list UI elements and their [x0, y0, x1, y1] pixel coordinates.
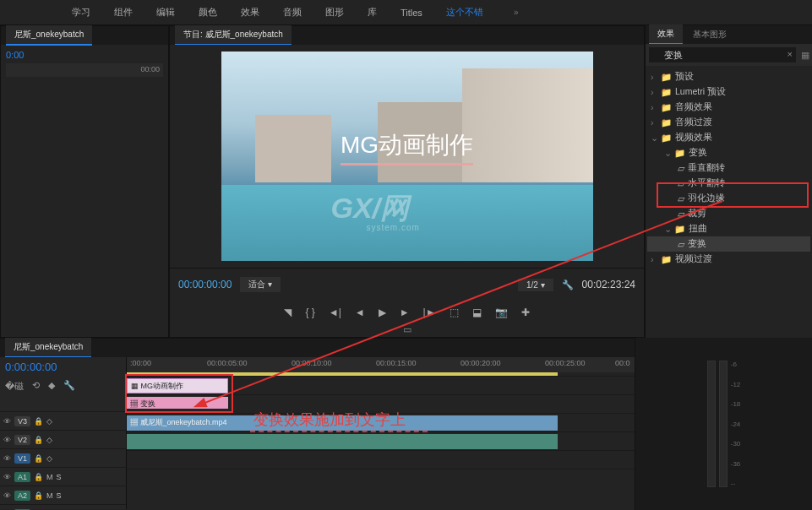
folder-audio-transitions[interactable]: ›📁音频过渡: [647, 115, 810, 130]
extract-icon[interactable]: ⬓: [472, 307, 482, 318]
sequence-tab[interactable]: 尼斯_onekeybatch: [5, 338, 91, 358]
source-end-time: 00:00: [140, 65, 160, 73]
link-icon[interactable]: ⟲: [32, 380, 40, 393]
essential-graphics-tab[interactable]: 基本图形: [684, 25, 735, 44]
transport-bar: 00:00:00:00 适合 ▾ 1/2 ▾ 🔧 00:02:23:24: [170, 268, 644, 301]
effects-panel: 效果 基本图形 × ▦ ▦ ▦ ›📁预设 ›📁Lumetri 预设 ›📁音频效果…: [645, 25, 812, 338]
program-monitor-panel: 节目: 威尼斯_onekeybatch MG动画制作 GX/网 system.c…: [169, 25, 645, 338]
tab-library[interactable]: 库: [368, 6, 377, 19]
play-icon[interactable]: ▶: [379, 307, 386, 318]
clip-effect-label[interactable]: ▦ 变换: [127, 397, 228, 409]
overflow-menu-icon[interactable]: »: [514, 8, 519, 17]
snap-icon[interactable]: �磁: [5, 380, 24, 393]
step-back-icon[interactable]: ◄|: [329, 307, 341, 318]
annotation-underline: [250, 431, 428, 432]
mark-in-icon[interactable]: ◥: [284, 307, 292, 318]
export-frame-icon[interactable]: 📷: [495, 307, 508, 318]
duration-timecode: 00:02:23:24: [582, 279, 635, 290]
tab-graphics[interactable]: 图形: [325, 6, 344, 19]
tab-color[interactable]: 颜色: [199, 6, 217, 19]
accel-badge-icon[interactable]: ▦: [801, 50, 809, 61]
button-editor-icon[interactable]: ✚: [521, 307, 530, 318]
tab-edit[interactable]: 编辑: [156, 6, 175, 19]
tab-audio[interactable]: 音频: [283, 6, 302, 19]
marker-icon[interactable]: ◆: [48, 380, 55, 393]
timeline-tracks-area[interactable]: :00:00 00:00:05:00 00:00:10:00 00:00:15:…: [127, 357, 635, 509]
track-a2[interactable]: [127, 450, 635, 469]
meter-scale: -6-12-18-24-30-36--: [731, 361, 741, 487]
source-tab[interactable]: 尼斯_onekeybatch: [6, 25, 92, 46]
watermark: GX/网 system.com: [331, 189, 420, 232]
playback-controls: ◥ { } ◄| ◄ ▶ ► |► ⬚ ⬓ 📷 ✚: [170, 301, 644, 324]
tab-assembly[interactable]: 组件: [114, 6, 133, 19]
track-header-v3[interactable]: 👁V3🔒◇: [0, 411, 126, 430]
track-header-a2[interactable]: 👁A2🔒MS: [0, 486, 126, 504]
current-timecode[interactable]: 00:00:00:00: [178, 279, 232, 290]
step-fwd-icon[interactable]: |►: [423, 307, 436, 318]
track-a1[interactable]: [127, 431, 635, 450]
audio-meter-left: [707, 361, 716, 487]
source-playhead-time[interactable]: 0:00: [6, 50, 163, 60]
track-a3[interactable]: [127, 469, 635, 487]
zoom-fit-dropdown[interactable]: 适合 ▾: [240, 277, 281, 292]
source-monitor-panel: 尼斯_onekeybatch 0:00 00:00: [0, 25, 169, 338]
folder-lumetri[interactable]: ›📁Lumetri 预设: [647, 84, 810, 100]
effect-transform-selected[interactable]: ▱变换: [647, 236, 810, 252]
timeline-playhead-time[interactable]: 0:00:00:00: [0, 357, 126, 377]
wrench-icon[interactable]: 🔧: [63, 380, 75, 393]
lift-icon[interactable]: ⬚: [450, 307, 459, 318]
safe-margins-icon[interactable]: ▭: [403, 324, 411, 334]
source-ruler[interactable]: 00:00: [6, 63, 163, 77]
track-v3[interactable]: ▦ MG动画制作: [127, 376, 635, 394]
frame-back-icon[interactable]: ◄: [355, 307, 365, 318]
tab-learn[interactable]: 学习: [72, 6, 90, 19]
effects-search-input[interactable]: [649, 47, 796, 62]
track-header-a3[interactable]: 👁A3🔒MS: [0, 504, 126, 510]
effects-tree: ›📁预设 ›📁Lumetri 预设 ›📁音频效果 ›📁音频过渡 ⌄📁视频效果 ⌄…: [646, 66, 812, 270]
effect-vertical-flip[interactable]: ▱垂直翻转: [647, 160, 810, 176]
program-tab[interactable]: 节目: 威尼斯_onekeybatch: [175, 25, 292, 46]
folder-presets[interactable]: ›📁预设: [647, 69, 810, 84]
resolution-dropdown[interactable]: 1/2 ▾: [518, 279, 553, 291]
effect-crop[interactable]: ▱裁剪: [647, 206, 810, 221]
clip-audio-a1[interactable]: [127, 434, 558, 449]
folder-video-transitions[interactable]: ›📁视频过渡: [647, 252, 810, 267]
track-header-area: 0:00:00:00 �磁 ⟲ ◆ 🔧 👁V3🔒◇ 👁V2🔒◇ 👁V1🔒◇ 👁A…: [0, 357, 127, 509]
insert-icon[interactable]: { }: [305, 307, 314, 318]
folder-transform[interactable]: ⌄📁变换: [647, 145, 810, 160]
annotation-text: 变换效果施加到文字上: [253, 410, 406, 430]
folder-audio-effects[interactable]: ›📁音频效果: [647, 100, 810, 115]
track-header-v2[interactable]: 👁V2🔒◇: [0, 430, 126, 448]
clip-title-graphic[interactable]: ▦ MG动画制作: [127, 378, 228, 393]
audio-meter-right: [719, 361, 728, 487]
track-header-v1[interactable]: 👁V1🔒◇: [0, 448, 126, 467]
overlay-title-text: MG动画制作: [341, 129, 473, 165]
folder-video-effects[interactable]: ⌄📁视频效果: [647, 130, 810, 145]
effects-tab[interactable]: 效果: [649, 24, 683, 45]
audio-meters-panel: -6-12-18-24-30-36--: [635, 338, 812, 510]
effect-feather-edges[interactable]: ▱羽化边缘: [647, 191, 810, 206]
workspace-tabs: 学习 组件 编辑 颜色 效果 音频 图形 库 Titles 这个不错 »: [0, 0, 812, 25]
frame-fwd-icon[interactable]: ►: [400, 307, 410, 318]
video-preview[interactable]: MG动画制作 GX/网 system.com: [170, 45, 644, 268]
video-frame: MG动画制作 GX/网 system.com: [221, 52, 593, 261]
effect-horizontal-flip[interactable]: ▱水平翻转: [647, 176, 810, 191]
clear-search-icon[interactable]: ×: [787, 49, 793, 59]
track-header-a1[interactable]: 👁A1🔒MS: [0, 467, 126, 486]
tab-custom-active[interactable]: 这个不错: [446, 6, 483, 19]
folder-distort[interactable]: ⌄📁扭曲: [647, 221, 810, 236]
tab-titles[interactable]: Titles: [401, 8, 422, 18]
tab-effects[interactable]: 效果: [241, 6, 259, 19]
time-ruler[interactable]: :00:00 00:00:05:00 00:00:10:00 00:00:15:…: [127, 357, 635, 372]
settings-icon[interactable]: 🔧: [562, 279, 574, 290]
